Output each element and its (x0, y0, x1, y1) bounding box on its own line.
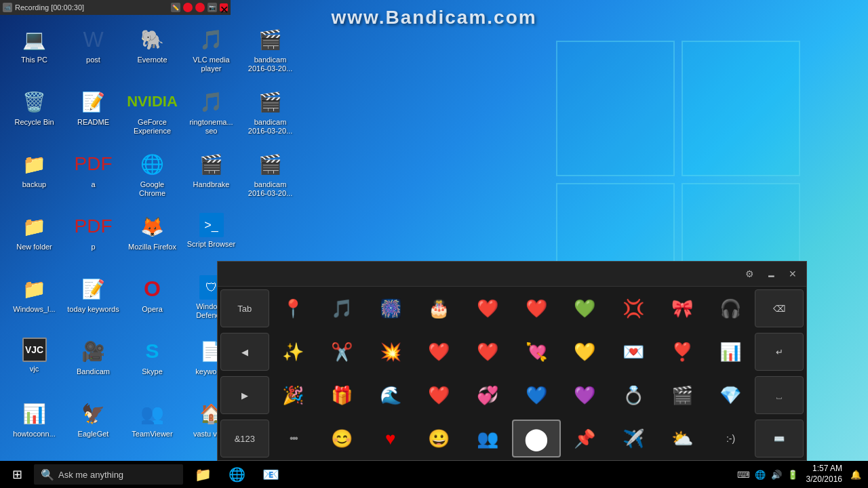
desktop-icon-opera[interactable]: O Opera (123, 270, 181, 331)
desktop-icon-teamviewer[interactable]: 👥 TeamViewer (123, 394, 181, 455)
emoji-pin[interactable]: 📍 (269, 289, 318, 327)
desktop-icon-eagleget[interactable]: 🦅 EagleGet (64, 394, 122, 455)
desktop-icon-vlc[interactable]: 🎵 VLC media player (182, 20, 240, 81)
bandicam2-icon: 🎬 (257, 88, 284, 115)
emoji-red-heart[interactable]: ❤️ (463, 289, 512, 327)
desktop-icon-handbrake[interactable]: 🎬 Handbrake (182, 145, 240, 206)
desktop-icon-chrome[interactable]: 🌐 Google Chrome (123, 145, 181, 206)
desktop-icon-bandicam2[interactable]: 🎬 bandicam 2016-03-20... (241, 83, 299, 144)
emoji-pin2[interactable]: 📌 (561, 420, 610, 458)
desktop-icon-a[interactable]: PDF a (64, 145, 122, 206)
tray-battery-icon[interactable]: 🔋 (786, 468, 800, 481)
emoji-exclaim-heart[interactable]: ❣️ (658, 333, 707, 371)
tray-volume-icon[interactable]: 🔊 (770, 468, 783, 481)
emoji-anger[interactable]: 💢 (609, 289, 658, 327)
desktop-icon-geforce[interactable]: NVIDIA GeForce Experience (123, 83, 181, 144)
emoji-smile[interactable]: 😊 (317, 420, 366, 458)
desktop-icon-readme[interactable]: 📝 README (64, 83, 122, 144)
emoji-fireworks[interactable]: 🎆 (366, 289, 415, 327)
forward-key[interactable]: ▶ (220, 376, 269, 414)
emoji-people[interactable]: 👥 (463, 420, 512, 458)
emoji-love-letter[interactable]: 💌 (609, 333, 658, 371)
panel-minimize-btn[interactable]: 🗕 (763, 266, 779, 282)
rec-stop-btn[interactable] (183, 3, 193, 12)
emoji-heart5[interactable]: ❤️ (415, 376, 464, 414)
desktop-icon-ringtone[interactable]: 🎵 ringtonema... seo (182, 83, 240, 144)
emoji-ring[interactable]: 💍 (609, 376, 658, 414)
desktop-icon-new-folder[interactable]: 📁 New folder (5, 207, 63, 268)
emoji-heart-arrow[interactable]: 💘 (512, 333, 561, 371)
emoji-gift[interactable]: 🎁 (317, 376, 366, 414)
desktop-icon-p[interactable]: PDF p (64, 207, 122, 268)
desktop-icon-bandicam3[interactable]: 🎬 bandicam 2016-03-20... (241, 145, 299, 206)
desktop-icon-recycle[interactable]: 🗑️ Recycle Bin (5, 83, 63, 144)
tray-keyboard-icon[interactable]: ⌨ (737, 468, 751, 481)
emoji-dots[interactable]: ••• (269, 420, 318, 458)
tray-network-icon[interactable]: 🌐 (753, 468, 767, 481)
tray-notifications-icon[interactable]: 🔔 (849, 468, 863, 481)
emoji-plane[interactable]: ✈️ (609, 420, 658, 458)
emoji-heart2[interactable]: ❤️ (512, 289, 561, 327)
rec-record-btn[interactable] (195, 3, 205, 12)
evernote-icon: 🐘 (139, 26, 166, 53)
bandicam1-icon: 🎬 (257, 26, 284, 53)
emoji-bar-chart[interactable]: 📊 (707, 333, 755, 371)
readme-icon: 📝 (80, 88, 107, 115)
emoji-diamond[interactable]: 💎 (707, 376, 755, 414)
camera-icon[interactable]: 📷 (208, 3, 217, 12)
desktop-icon-windows-l[interactable]: 📁 Windows_l... (5, 270, 63, 331)
emoji-scissors-ribbon[interactable]: ✂️ (317, 333, 366, 371)
emoji-hearts-spin[interactable]: 💞 (463, 376, 512, 414)
desktop-icon-firefox[interactable]: 🦊 Mozilla Firefox (123, 207, 181, 268)
tab-key[interactable]: Tab (220, 289, 269, 327)
emoji-music-notes[interactable]: 🎵 (317, 289, 366, 327)
panel-close-btn[interactable]: ✕ (785, 266, 801, 282)
desktop-icon-evernote[interactable]: 🐘 Evernote (123, 20, 181, 81)
panel-gear-btn[interactable]: ⚙ (741, 266, 757, 282)
emoji-headphones[interactable]: 🎧 (707, 289, 755, 327)
desktop-icon-howtoconn[interactable]: 📊 howtoconn... (5, 394, 63, 455)
taskbar-app-chrome[interactable]: 🌐 (220, 461, 254, 488)
start-button[interactable]: ⊞ (0, 461, 34, 488)
emoji-sparkles[interactable]: ✨ (269, 333, 318, 371)
emoji-purple-heart[interactable]: 💜 (561, 376, 610, 414)
emoji-green-heart[interactable]: 💚 (561, 289, 610, 327)
symbols-key[interactable]: &123 (220, 420, 269, 458)
emoji-dot-selected[interactable]: ⬤ (512, 420, 561, 458)
desktop-icon-skype[interactable]: S Skype (123, 332, 181, 393)
emoji-smiley-text[interactable]: :-) (707, 420, 755, 458)
space-key[interactable]: ⎵ (755, 376, 804, 414)
emoji-movie[interactable]: 🎬 (658, 376, 707, 414)
emoji-blue-heart[interactable]: 💙 (512, 376, 561, 414)
desktop-icon-bandicam1[interactable]: 🎬 bandicam 2016-03-20... (241, 20, 299, 81)
desktop-icon-vjc[interactable]: VJC vjc (5, 332, 63, 393)
skype-icon: S (139, 338, 166, 365)
emoji-burst[interactable]: 💥 (366, 333, 415, 371)
taskbar-app-file-explorer[interactable]: 📁 (186, 461, 220, 488)
desktop-icon-bandicam-app[interactable]: 🎥 Bandicam (64, 332, 122, 393)
emoji-ribbon[interactable]: 🎀 (658, 289, 707, 327)
backspace-key[interactable]: ⌫ (755, 289, 804, 327)
emoji-wave[interactable]: 🌊 (366, 376, 415, 414)
emoji-yellow-heart[interactable]: 💛 (561, 333, 610, 371)
enter-key[interactable]: ↵ (755, 333, 804, 371)
taskbar-app-mail[interactable]: 📧 (254, 461, 288, 488)
back-key[interactable]: ◀ (220, 333, 269, 371)
desktop-icon-this-pc[interactable]: 💻 This PC (5, 20, 63, 81)
desktop-icon-today-kw[interactable]: 📝 today keywords (64, 270, 122, 331)
edit-icon[interactable]: ✏️ (171, 3, 180, 12)
desktop-icon-post[interactable]: W post (64, 20, 122, 81)
emoji-heart6[interactable]: ♥ (366, 420, 415, 458)
desktop-icon-backup[interactable]: 📁 backup (5, 145, 63, 206)
emoji-cloud-sun[interactable]: ⛅ (658, 420, 707, 458)
emoji-heart4[interactable]: ❤️ (463, 333, 512, 371)
taskbar-clock[interactable]: 1:57 AM 3/20/2016 (802, 464, 846, 485)
emoji-birthday-cake[interactable]: 🎂 (415, 289, 464, 327)
emoji-heart3[interactable]: ❤️ (415, 333, 464, 371)
desktop-icon-script[interactable]: >_ Script Browser (182, 207, 240, 268)
emoji-happy[interactable]: 😀 (415, 420, 464, 458)
emoji-party[interactable]: 🎉 (269, 376, 318, 414)
search-bar[interactable]: 🔍 Ask me anything (34, 464, 183, 485)
recording-close-btn[interactable]: ✕ (220, 3, 228, 12)
keyboard-key[interactable]: ⌨️ (755, 420, 804, 458)
